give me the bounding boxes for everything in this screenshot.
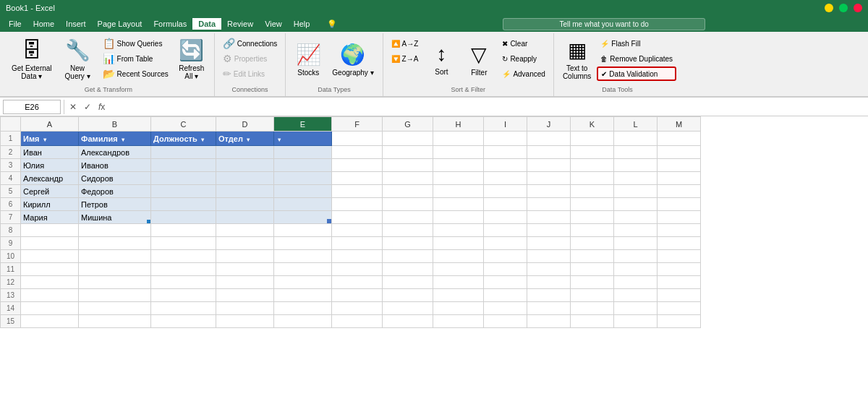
cell-I2[interactable] (484, 146, 527, 159)
cell-B5[interactable]: Федоров (79, 185, 151, 198)
cell-A7[interactable]: Мария (21, 211, 79, 224)
connections-button[interactable]: 🔗 Connections (219, 36, 281, 51)
cell-L1[interactable] (614, 132, 658, 146)
advanced-button[interactable]: ⚡ Advanced (498, 66, 548, 81)
cell-F6[interactable] (332, 198, 383, 211)
cell-C6[interactable] (151, 198, 216, 211)
cell-B4[interactable]: Сидоров (79, 172, 151, 185)
cell-M5[interactable] (658, 185, 701, 198)
col-header-D[interactable]: D (216, 117, 274, 132)
cell-E3[interactable] (274, 159, 332, 172)
cell-K5[interactable] (571, 185, 614, 198)
col-header-B[interactable]: B (79, 117, 151, 132)
clear-button[interactable]: ✖ Clear (498, 36, 548, 51)
cell-E7[interactable] (274, 211, 332, 224)
cell-G2[interactable] (383, 146, 433, 159)
cell-J3[interactable] (527, 159, 571, 172)
insert-function-icon[interactable]: fx (96, 101, 107, 113)
cell-J2[interactable] (527, 146, 571, 159)
from-table-button[interactable]: 📊 From Table (99, 51, 172, 66)
menu-file[interactable]: File (3, 18, 27, 30)
cell-H3[interactable] (433, 159, 484, 172)
reapply-button[interactable]: ↻ Reapply (498, 51, 548, 66)
cell-E5[interactable] (274, 185, 332, 198)
menu-data[interactable]: Data (192, 18, 221, 30)
cell-C2[interactable] (151, 146, 216, 159)
cell-K3[interactable] (571, 159, 614, 172)
cell-G6[interactable] (383, 198, 433, 211)
col-header-I[interactable]: I (484, 117, 527, 132)
cell-C4[interactable] (151, 172, 216, 185)
menu-review[interactable]: Review (221, 18, 259, 30)
cell-K7[interactable] (571, 211, 614, 224)
cell-D1[interactable]: Отдел ▾ (216, 132, 274, 146)
cell-I5[interactable] (484, 185, 527, 198)
cell-H4[interactable] (433, 172, 484, 185)
cell-D7[interactable] (216, 211, 274, 224)
col-header-F[interactable]: F (332, 117, 383, 132)
search-bar[interactable]: Tell me what you want to do (503, 18, 705, 30)
get-external-data-button[interactable]: 🗄 Get ExternalData ▾ (7, 35, 56, 84)
cell-F1[interactable] (332, 132, 383, 146)
cell-D4[interactable] (216, 172, 274, 185)
cell-G1[interactable] (383, 132, 433, 146)
col-header-E[interactable]: E (274, 117, 332, 132)
properties-button[interactable]: ⚙ Properties (219, 51, 281, 66)
flash-fill-button[interactable]: ⚡ Flash Fill (597, 36, 676, 51)
table-resize-handle[interactable] (327, 219, 331, 223)
cell-H7[interactable] (433, 211, 484, 224)
minimize-button[interactable]: ─ (825, 4, 833, 12)
col-header-J[interactable]: J (527, 117, 571, 132)
stocks-button[interactable]: 📈 Stocks (290, 35, 326, 84)
cell-C5[interactable] (151, 185, 216, 198)
cell-L4[interactable] (614, 172, 658, 185)
cell-M3[interactable] (658, 159, 701, 172)
cell-L2[interactable] (614, 146, 658, 159)
sort-button[interactable]: ↕ Sort (423, 35, 459, 84)
cell-B2[interactable]: Александров (79, 146, 151, 159)
cell-C3[interactable] (151, 159, 216, 172)
cell-D5[interactable] (216, 185, 274, 198)
cell-K2[interactable] (571, 146, 614, 159)
menu-formulas[interactable]: Formulas (148, 18, 192, 30)
cell-I1[interactable] (484, 132, 527, 146)
cell-L3[interactable] (614, 159, 658, 172)
geography-button[interactable]: 🌍 Geography ▾ (328, 35, 378, 84)
recent-sources-button[interactable]: 📂 Recent Sources (99, 66, 172, 81)
cell-L5[interactable] (614, 185, 658, 198)
col-header-A[interactable]: A (21, 117, 79, 132)
col-header-G[interactable]: G (383, 117, 433, 132)
col-header-M[interactable]: M (658, 117, 701, 132)
cell-F4[interactable] (332, 172, 383, 185)
remove-duplicates-button[interactable]: 🗑 Remove Duplicates (597, 51, 676, 66)
cell-H6[interactable] (433, 198, 484, 211)
cell-A1[interactable]: Имя ▾ (21, 132, 79, 146)
cell-I3[interactable] (484, 159, 527, 172)
cell-K1[interactable] (571, 132, 614, 146)
cell-I7[interactable] (484, 211, 527, 224)
cell-M2[interactable] (658, 146, 701, 159)
filter-button[interactable]: ▽ Filter (461, 35, 497, 84)
cell-L6[interactable] (614, 198, 658, 211)
cell-A5[interactable]: Сергей (21, 185, 79, 198)
cell-J5[interactable] (527, 185, 571, 198)
cell-G3[interactable] (383, 159, 433, 172)
cell-E4[interactable] (274, 172, 332, 185)
cell-E1[interactable]: ▾ (274, 132, 332, 146)
cell-M6[interactable] (658, 198, 701, 211)
show-queries-button[interactable]: 📋 Show Queries (99, 36, 172, 51)
col-header-K[interactable]: K (571, 117, 614, 132)
grid-container[interactable]: A B C D E F G H I J K L M 1 Имя ▾ Фамили… (0, 116, 868, 404)
cell-L7[interactable] (614, 211, 658, 224)
cell-E6[interactable] (274, 198, 332, 211)
menu-home[interactable]: Home (27, 18, 60, 30)
menu-page-layout[interactable]: Page Layout (92, 18, 148, 30)
cell-M1[interactable] (658, 132, 701, 146)
edit-links-button[interactable]: ✏ Edit Links (219, 66, 281, 81)
cell-K6[interactable] (571, 198, 614, 211)
new-query-button[interactable]: 🔧 NewQuery ▾ (58, 35, 98, 84)
data-validation-button[interactable]: ✔ Data Validation (597, 66, 676, 81)
cell-B1[interactable]: Фамилия ▾ (79, 132, 151, 146)
cell-J4[interactable] (527, 172, 571, 185)
cell-A8[interactable] (21, 224, 79, 237)
